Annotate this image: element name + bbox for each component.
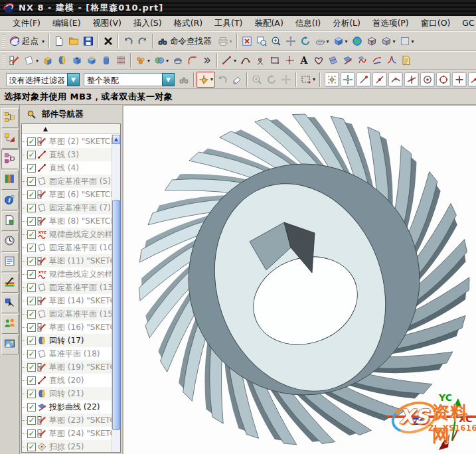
datum-csys-button[interactable] xyxy=(326,52,341,68)
type-filter-combo[interactable]: 没有选择过滤器 ▼ xyxy=(6,73,80,86)
tree-row[interactable]: ✓固定基准平面 (5) xyxy=(22,175,112,188)
tree-row[interactable]: ✓固定基准平面 (7) xyxy=(22,201,112,214)
feature-checkbox[interactable]: ✓ xyxy=(27,177,36,186)
undo-selection-button[interactable] xyxy=(215,72,230,88)
print-button[interactable]: ▾ xyxy=(216,33,234,49)
line-button[interactable]: ▾ xyxy=(220,52,238,68)
command-finder-button[interactable]: 命令查找器 xyxy=(155,33,216,49)
marquee-select-button[interactable]: ▾ xyxy=(299,72,317,88)
menu-gc-toolkits[interactable]: GC Toolkits xyxy=(456,17,476,31)
sphere-button[interactable]: ▾ xyxy=(133,52,152,68)
dropdown-caret-icon[interactable]: ▾ xyxy=(147,58,150,64)
menu-window[interactable]: 窗口(O) xyxy=(415,17,457,31)
feature-checkbox[interactable]: ✓ xyxy=(27,310,36,319)
resource-tab-process-studio[interactable] xyxy=(1,273,19,293)
undo-button[interactable] xyxy=(121,33,135,49)
feature-checkbox[interactable]: ✓ xyxy=(27,323,36,332)
menu-format[interactable]: 格式(R) xyxy=(168,17,208,31)
point-set-button[interactable] xyxy=(282,52,297,68)
tree-row[interactable]: ✓固定基准平面 (15) xyxy=(22,307,112,321)
toolbar-grip[interactable] xyxy=(2,54,5,67)
tree-row[interactable]: ✓草图 (8) "SKETCH_ xyxy=(22,214,112,228)
feature-checkbox[interactable]: ✓ xyxy=(27,270,36,279)
feature-checkbox[interactable]: ✓ xyxy=(27,283,36,292)
shell-button[interactable] xyxy=(171,52,185,68)
feature-checkbox[interactable]: ✓ xyxy=(27,137,36,146)
zoom-tool-button[interactable] xyxy=(250,72,264,88)
tree-scrollbar[interactable]: ▲ xyxy=(112,135,120,452)
view-window-button[interactable]: ▾ xyxy=(398,33,416,49)
save-button[interactable] xyxy=(81,33,96,49)
general-selection-button[interactable] xyxy=(177,72,191,88)
scroll-up-icon[interactable]: ▲ xyxy=(112,135,120,144)
menu-assemblies[interactable]: 装配(A) xyxy=(248,17,289,31)
tree-row[interactable]: ✓基准平面 (18) xyxy=(22,347,112,360)
tree-row[interactable]: ✓草图 (14) "SKETCH xyxy=(22,294,112,307)
tree-row[interactable]: ✓回转 (17) xyxy=(22,334,112,347)
snap-endpoint-button[interactable] xyxy=(357,72,371,87)
tree-row[interactable]: ✓草图 (16) "SKETCH xyxy=(22,321,112,334)
snap-midpoint-button[interactable] xyxy=(372,72,387,87)
snap-intersection-button[interactable] xyxy=(404,72,419,87)
wireframe-button[interactable]: ▾ xyxy=(379,33,398,49)
scope-filter-value[interactable]: 整个装配 xyxy=(84,73,162,86)
snap-point-toggle-button[interactable]: ▾ xyxy=(197,72,215,88)
feature-checkbox[interactable]: ✓ xyxy=(27,337,36,345)
menu-insert[interactable]: 插入(S) xyxy=(127,17,168,31)
deselect-all-button[interactable] xyxy=(230,72,244,88)
resource-tab-hd3d-tools[interactable] xyxy=(1,211,19,231)
render-style-button[interactable]: ▾ xyxy=(313,33,331,49)
feature-checkbox[interactable]: ✓ xyxy=(27,297,36,305)
point-button[interactable] xyxy=(253,52,268,68)
extrude-button[interactable] xyxy=(40,52,55,68)
resource-tab-system-scenes[interactable] xyxy=(1,335,19,354)
tree-row[interactable]: ✓回转 (21) xyxy=(22,387,112,400)
snap-handles-button[interactable] xyxy=(341,72,355,87)
graphics-viewport[interactable]: YC XC ZC XS 资料网 ZL.XS1616.COM xyxy=(123,105,476,454)
dropdown-caret-icon[interactable]: ▾ xyxy=(166,58,169,64)
tree-row[interactable]: ✓固定基准平面 (10) xyxy=(22,241,112,254)
dropdown-caret-icon[interactable]: ▾ xyxy=(234,58,236,64)
resource-tab-assembly-navigator[interactable] xyxy=(1,108,19,128)
dropdown-caret-icon[interactable]: ▾ xyxy=(345,38,348,44)
unite-button[interactable]: ▾ xyxy=(152,52,171,68)
snap-point-on-curve-button[interactable] xyxy=(468,72,476,87)
rotate-view-button[interactable] xyxy=(298,33,313,49)
tree-row[interactable]: ✓固定基准平面 (13) xyxy=(22,281,112,294)
resource-tab-history[interactable] xyxy=(1,232,19,252)
feature-checkbox[interactable]: ✓ xyxy=(27,416,36,425)
feature-checkbox[interactable]: ✓ xyxy=(27,230,36,239)
hole-button[interactable] xyxy=(70,52,84,68)
toolbar-grip[interactable] xyxy=(2,35,5,48)
redo-button[interactable] xyxy=(135,33,150,49)
snap-center-button[interactable] xyxy=(420,72,435,87)
dropdown-caret-icon[interactable]: ▾ xyxy=(393,38,396,44)
boss-button[interactable] xyxy=(84,52,99,68)
resource-tab-constraint-navigator[interactable] xyxy=(1,129,19,149)
rectangle-button[interactable] xyxy=(268,52,282,68)
feature-checkbox[interactable]: ✓ xyxy=(27,244,36,252)
resource-tab-system-materials[interactable] xyxy=(1,252,19,272)
pan-tool-button[interactable] xyxy=(279,72,293,88)
pattern-feature-button[interactable] xyxy=(114,52,128,68)
new-file-button[interactable] xyxy=(52,33,66,49)
tree-row[interactable]: ✓草图 (6) "SKETCH_ xyxy=(22,188,112,201)
section-curve-button[interactable] xyxy=(355,52,370,68)
tree-row[interactable]: ✓直线 (20) xyxy=(22,374,112,387)
menu-edit[interactable]: 编辑(E) xyxy=(46,17,87,31)
feature-checkbox[interactable]: ✓ xyxy=(27,217,36,226)
menu-information[interactable]: 信息(I) xyxy=(289,17,327,31)
dropdown-caret-icon[interactable]: ▾ xyxy=(230,38,232,44)
project-curve-button[interactable] xyxy=(370,52,384,68)
feature-checkbox[interactable]: ✓ xyxy=(27,257,36,265)
type-filter-value[interactable]: 没有选择过滤器 xyxy=(6,73,67,86)
blend-button[interactable] xyxy=(185,52,200,68)
arc-button[interactable] xyxy=(238,52,253,68)
chevron-down-icon[interactable]: ▼ xyxy=(162,73,175,86)
pan-button[interactable] xyxy=(283,33,298,49)
tree-row[interactable]: ✓XYZ规律曲线定义的样条 xyxy=(22,228,112,241)
menu-file[interactable]: 文件(F) xyxy=(7,17,46,31)
revolve-button[interactable] xyxy=(55,52,70,68)
menu-analysis[interactable]: 分析(L) xyxy=(327,17,366,31)
datum-plane-button[interactable]: ▾ xyxy=(22,52,40,68)
